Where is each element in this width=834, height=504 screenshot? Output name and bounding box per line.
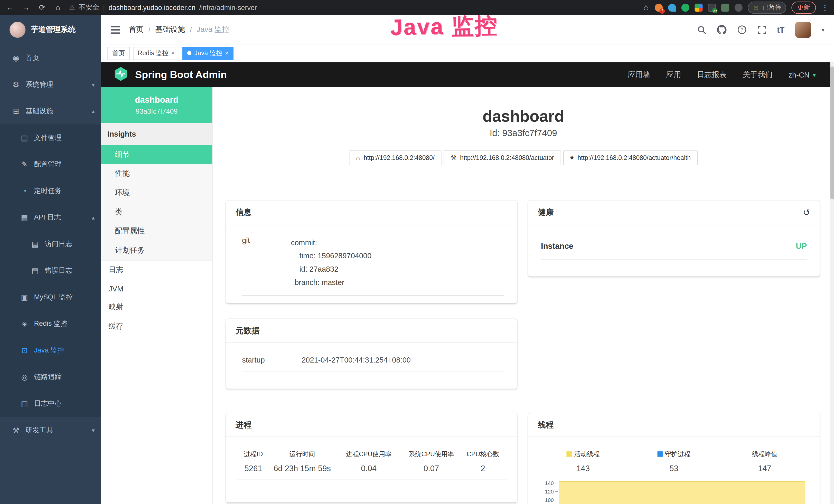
tab-redis-monitor[interactable]: Redis 监控 × xyxy=(133,46,179,60)
legend-swatch-yellow xyxy=(567,451,572,457)
sba-menu-caches[interactable]: 缓存 xyxy=(101,317,212,336)
actuator-url-button[interactable]: ⚒ http://192.168.0.2:48080/actuator xyxy=(444,151,561,165)
sba-menu-details[interactable]: 细节 xyxy=(101,145,212,164)
sidebar-item-label: 配置管理 xyxy=(34,159,62,169)
browser-menu-icon[interactable]: ⋮ xyxy=(821,3,829,12)
update-button[interactable]: 更新 xyxy=(791,1,816,14)
extension-icon-orange[interactable]: 1 xyxy=(655,3,663,11)
profile-paused-badge[interactable]: ☺ 已暂停 xyxy=(748,1,786,14)
process-column-header: 进程CPU使用率 xyxy=(333,450,404,459)
metadata-card-body: startup 2021-04-27T00:44:31.254+08:00 xyxy=(226,343,517,372)
back-icon[interactable]: ← xyxy=(5,3,15,12)
warning-icon: ⚠ xyxy=(69,4,75,11)
sba-brand-title: Spring Boot Admin xyxy=(135,69,227,81)
scrollbar-thumb[interactable] xyxy=(830,67,834,200)
sidebar-item-label: 链路追踪 xyxy=(34,372,62,382)
user-avatar[interactable] xyxy=(795,22,811,38)
sidebar-item-infra[interactable]: ⊞ 基础设施 ▴ xyxy=(0,98,101,124)
config-icon: ✎ xyxy=(20,160,29,168)
health-url-button[interactable]: ♥ http://192.168.0.2:48080/actuator/heal… xyxy=(563,151,698,165)
avatar-caret-icon[interactable]: ▾ xyxy=(822,27,824,33)
legend-label: 线程峰值 xyxy=(752,450,777,458)
extension-icon-toggle[interactable]: on xyxy=(708,3,716,11)
service-url-button[interactable]: ⌂ http://192.168.0.2:48080/ xyxy=(349,151,441,165)
browser-actions: ☆ 1 on ☺ 已暂停 更新 ⋮ xyxy=(643,1,829,14)
locale-selector[interactable]: zh-CN ▾ xyxy=(789,70,816,79)
forward-icon[interactable]: → xyxy=(21,3,31,12)
url-host: dashboard.yudao.iocoder.cn xyxy=(109,3,195,11)
instance-header[interactable]: dashboard 93a3fc7f7409 xyxy=(101,87,212,123)
app-logo[interactable]: 芋道管理系统 xyxy=(0,15,101,45)
search-icon[interactable] xyxy=(697,25,706,34)
sba-menu-mappings[interactable]: 映射 xyxy=(101,298,212,317)
breadcrumb-infra[interactable]: 基础设施 xyxy=(155,25,185,35)
sba-menu-configprops[interactable]: 配置属性 xyxy=(101,222,212,241)
sidebar-item-config[interactable]: ✎ 配置管理 xyxy=(0,151,101,178)
sidebar-item-job[interactable]: ◔ 定时任务 xyxy=(0,178,101,204)
help-icon[interactable]: ? xyxy=(737,25,747,35)
logo-avatar xyxy=(9,22,25,38)
sidebar-item-redis[interactable]: ◈ Redis 监控 xyxy=(0,311,101,337)
reload-icon[interactable]: ⟳ xyxy=(37,3,47,12)
extension-icon-grid[interactable] xyxy=(695,3,702,11)
bookmark-star-icon[interactable]: ☆ xyxy=(643,3,649,12)
info-line: commit: xyxy=(291,236,372,249)
sidebar-item-system[interactable]: ⚙ 系统管理 ▾ xyxy=(0,71,101,98)
sba-menu-jvm[interactable]: JVM xyxy=(101,280,212,298)
sidebar-item-home[interactable]: ◉ 首页 xyxy=(0,45,101,71)
extension-icon-leaf[interactable] xyxy=(721,3,729,11)
security-label[interactable]: 不安全 xyxy=(79,3,100,12)
sba-menu-metrics[interactable]: 性能 xyxy=(101,164,212,184)
breadcrumb-home[interactable]: 首页 xyxy=(129,25,144,35)
file-icon: ▤ xyxy=(20,134,29,142)
sidebar-item-label: Java 监控 xyxy=(34,346,64,355)
extension-icon-drop[interactable] xyxy=(668,3,676,11)
close-icon[interactable]: × xyxy=(225,50,228,56)
process-value: 5261 xyxy=(236,464,271,473)
hamburger-icon[interactable] xyxy=(111,26,120,33)
sba-nav-journal[interactable]: 日志报表 xyxy=(697,70,727,79)
github-icon[interactable] xyxy=(717,25,726,35)
locale-label: zh-CN xyxy=(789,70,810,79)
sidebar-item-mysql[interactable]: ▣ MySQL 监控 xyxy=(0,284,101,311)
home-icon[interactable]: ⌂ xyxy=(53,3,63,12)
url-path: /infra/admin-server xyxy=(199,3,257,11)
page-title: dashboard xyxy=(213,107,834,125)
sidebar-item-trace[interactable]: ◎ 链路追踪 xyxy=(0,364,101,390)
sba-nav-applications[interactable]: 应用 xyxy=(666,70,681,79)
tab-java-monitor[interactable]: Java 监控 × xyxy=(183,46,233,60)
process-value: 2 xyxy=(459,464,507,473)
font-size-icon[interactable]: tT xyxy=(777,25,785,34)
sidebar-item-access-log[interactable]: ▤ 访问日志 xyxy=(0,231,101,257)
profile-avatar-icon: ☺ xyxy=(752,3,760,11)
health-instance-label[interactable]: Instance xyxy=(541,241,573,250)
tab-home[interactable]: 首页 xyxy=(107,46,130,60)
sidebar-item-devtools[interactable]: ⚒ 研发工具 ▾ xyxy=(0,417,101,444)
sba-menu-scheduledtasks[interactable]: 计划任务 xyxy=(101,241,212,260)
sidebar-item-log-center[interactable]: ▥ 日志中心 xyxy=(0,390,101,417)
sidebar-item-error-log[interactable]: ▤ 错误日志 xyxy=(0,257,101,284)
fullscreen-icon[interactable] xyxy=(757,25,766,34)
metadata-card-title: 元数据 xyxy=(236,325,259,336)
header-actions: ? tT ▾ xyxy=(697,22,824,38)
sidebar-item-file[interactable]: ▤ 文件管理 xyxy=(0,124,101,151)
active-dot xyxy=(188,51,192,55)
address-bar[interactable]: ⚠ 不安全 | dashboard.yudao.iocoder.cn/infra… xyxy=(69,3,257,12)
sba-nav-about[interactable]: 关于我们 xyxy=(743,70,772,79)
legend-active-threads: 活动线程 xyxy=(538,450,629,459)
extensions-puzzle-icon[interactable] xyxy=(734,3,742,11)
close-icon[interactable]: × xyxy=(171,50,175,56)
sba-menu-logs[interactable]: 日志 xyxy=(101,260,212,280)
sba-menu-environment[interactable]: 环境 xyxy=(101,183,212,203)
history-icon[interactable]: ↺ xyxy=(803,207,810,217)
sidebar-item-label: 错误日志 xyxy=(45,266,72,275)
sidebar-item-api-log[interactable]: ▦ API 日志 ▴ xyxy=(0,204,101,231)
sba-menu-classes[interactable]: 类 xyxy=(101,203,212,222)
info-line: branch: master xyxy=(291,276,372,289)
extension-icon-green[interactable] xyxy=(681,3,689,11)
sba-insights-items: 细节 性能 环境 类 配置属性 计划任务 xyxy=(101,145,212,260)
sba-nav-wallboard[interactable]: 应用墙 xyxy=(628,70,650,79)
page-scrollbar[interactable] xyxy=(830,62,834,504)
gear-icon: ⚙ xyxy=(12,81,20,89)
sidebar-item-java-monitor[interactable]: ⊡ Java 监控 xyxy=(0,337,101,364)
